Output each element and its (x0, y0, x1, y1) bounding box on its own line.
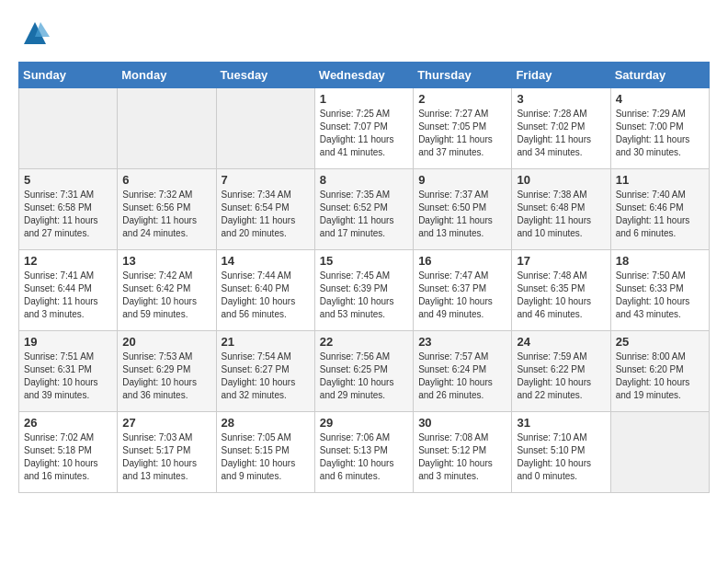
calendar-cell: 22Sunrise: 7:56 AM Sunset: 6:25 PM Dayli… (314, 331, 413, 412)
day-number: 24 (517, 335, 605, 349)
day-info: Sunrise: 7:41 AM Sunset: 6:44 PM Dayligh… (24, 270, 112, 321)
day-number: 14 (222, 254, 310, 268)
day-number: 28 (222, 416, 310, 430)
calendar-cell: 2Sunrise: 7:27 AM Sunset: 7:05 PM Daylig… (414, 88, 512, 169)
day-info: Sunrise: 7:31 AM Sunset: 6:58 PM Dayligh… (24, 189, 112, 240)
calendar-cell: 23Sunrise: 7:57 AM Sunset: 6:24 PM Dayli… (414, 331, 512, 412)
calendar-cell: 10Sunrise: 7:38 AM Sunset: 6:48 PM Dayli… (512, 169, 610, 250)
day-info: Sunrise: 7:57 AM Sunset: 6:24 PM Dayligh… (418, 350, 506, 402)
day-info: Sunrise: 7:02 AM Sunset: 5:18 PM Dayligh… (24, 431, 112, 483)
day-info: Sunrise: 7:10 AM Sunset: 5:10 PM Dayligh… (517, 431, 605, 483)
calendar-cell: 29Sunrise: 7:06 AM Sunset: 5:13 PM Dayli… (314, 412, 413, 493)
calendar-cell: 24Sunrise: 7:59 AM Sunset: 6:22 PM Dayli… (512, 331, 610, 412)
weekday-header-monday: Monday (118, 63, 216, 88)
day-info: Sunrise: 7:38 AM Sunset: 6:48 PM Dayligh… (517, 189, 605, 240)
calendar-cell: 11Sunrise: 7:40 AM Sunset: 6:46 PM Dayli… (610, 169, 709, 250)
day-number: 18 (616, 254, 704, 268)
day-number: 29 (320, 416, 408, 430)
day-info: Sunrise: 7:29 AM Sunset: 7:00 PM Dayligh… (616, 108, 704, 159)
day-info: Sunrise: 7:56 AM Sunset: 6:25 PM Dayligh… (320, 350, 408, 402)
calendar-cell: 27Sunrise: 7:03 AM Sunset: 5:17 PM Dayli… (118, 412, 216, 493)
day-info: Sunrise: 7:34 AM Sunset: 6:54 PM Dayligh… (222, 189, 310, 240)
day-info: Sunrise: 7:08 AM Sunset: 5:12 PM Dayligh… (418, 431, 506, 483)
calendar-cell: 8Sunrise: 7:35 AM Sunset: 6:52 PM Daylig… (314, 169, 413, 250)
day-number: 7 (222, 173, 310, 187)
calendar-cell: 15Sunrise: 7:45 AM Sunset: 6:39 PM Dayli… (314, 250, 413, 331)
day-info: Sunrise: 7:42 AM Sunset: 6:42 PM Dayligh… (122, 270, 210, 321)
calendar-cell (118, 88, 216, 169)
day-info: Sunrise: 7:44 AM Sunset: 6:40 PM Dayligh… (222, 270, 310, 321)
day-number: 31 (517, 416, 605, 430)
logo (18, 18, 50, 52)
weekday-header-thursday: Thursday (414, 63, 512, 88)
day-number: 8 (320, 173, 408, 187)
calendar-cell: 31Sunrise: 7:10 AM Sunset: 5:10 PM Dayli… (512, 412, 610, 493)
calendar-cell: 16Sunrise: 7:47 AM Sunset: 6:37 PM Dayli… (414, 250, 512, 331)
day-info: Sunrise: 7:06 AM Sunset: 5:13 PM Dayligh… (320, 431, 408, 483)
day-info: Sunrise: 7:45 AM Sunset: 6:39 PM Dayligh… (320, 270, 408, 321)
day-info: Sunrise: 7:03 AM Sunset: 5:17 PM Dayligh… (122, 431, 210, 483)
day-number: 19 (24, 335, 112, 349)
calendar-cell: 3Sunrise: 7:28 AM Sunset: 7:02 PM Daylig… (512, 88, 610, 169)
day-info: Sunrise: 7:40 AM Sunset: 6:46 PM Dayligh… (616, 189, 704, 240)
weekday-header-wednesday: Wednesday (314, 63, 413, 88)
day-number: 16 (418, 254, 506, 268)
calendar-cell (610, 412, 709, 493)
day-number: 2 (418, 92, 506, 106)
day-number: 12 (24, 254, 112, 268)
day-info: Sunrise: 8:00 AM Sunset: 6:20 PM Dayligh… (616, 350, 704, 402)
calendar-week-row: 5Sunrise: 7:31 AM Sunset: 6:58 PM Daylig… (19, 169, 710, 250)
calendar-cell: 4Sunrise: 7:29 AM Sunset: 7:00 PM Daylig… (610, 88, 709, 169)
calendar-header-row: SundayMondayTuesdayWednesdayThursdayFrid… (19, 63, 710, 88)
day-number: 1 (320, 92, 408, 106)
logo-wordmark (18, 18, 50, 52)
day-number: 23 (418, 335, 506, 349)
day-info: Sunrise: 7:32 AM Sunset: 6:56 PM Dayligh… (122, 189, 210, 240)
day-info: Sunrise: 7:50 AM Sunset: 6:33 PM Dayligh… (616, 270, 704, 321)
calendar-week-row: 1Sunrise: 7:25 AM Sunset: 7:07 PM Daylig… (19, 88, 710, 169)
day-number: 21 (222, 335, 310, 349)
day-number: 5 (24, 173, 112, 187)
calendar-cell: 21Sunrise: 7:54 AM Sunset: 6:27 PM Dayli… (216, 331, 314, 412)
day-number: 17 (517, 254, 605, 268)
day-number: 26 (24, 416, 112, 430)
calendar-cell: 19Sunrise: 7:51 AM Sunset: 6:31 PM Dayli… (19, 331, 118, 412)
calendar-cell: 6Sunrise: 7:32 AM Sunset: 6:56 PM Daylig… (118, 169, 216, 250)
calendar-table: SundayMondayTuesdayWednesdayThursdayFrid… (18, 62, 710, 493)
calendar-week-row: 26Sunrise: 7:02 AM Sunset: 5:18 PM Dayli… (19, 412, 710, 493)
weekday-header-saturday: Saturday (610, 63, 709, 88)
day-number: 25 (616, 335, 704, 349)
calendar-cell: 1Sunrise: 7:25 AM Sunset: 7:07 PM Daylig… (314, 88, 413, 169)
day-info: Sunrise: 7:59 AM Sunset: 6:22 PM Dayligh… (517, 350, 605, 402)
day-number: 20 (122, 335, 210, 349)
calendar-cell: 18Sunrise: 7:50 AM Sunset: 6:33 PM Dayli… (610, 250, 709, 331)
calendar-week-row: 19Sunrise: 7:51 AM Sunset: 6:31 PM Dayli… (19, 331, 710, 412)
day-info: Sunrise: 7:05 AM Sunset: 5:15 PM Dayligh… (222, 431, 310, 483)
day-number: 9 (418, 173, 506, 187)
calendar-cell (216, 88, 314, 169)
weekday-header-tuesday: Tuesday (216, 63, 314, 88)
day-info: Sunrise: 7:51 AM Sunset: 6:31 PM Dayligh… (24, 350, 112, 402)
day-number: 13 (122, 254, 210, 268)
day-info: Sunrise: 7:53 AM Sunset: 6:29 PM Dayligh… (122, 350, 210, 402)
calendar-cell: 26Sunrise: 7:02 AM Sunset: 5:18 PM Dayli… (19, 412, 118, 493)
day-info: Sunrise: 7:25 AM Sunset: 7:07 PM Dayligh… (320, 108, 408, 159)
calendar-cell: 7Sunrise: 7:34 AM Sunset: 6:54 PM Daylig… (216, 169, 314, 250)
weekday-header-friday: Friday (512, 63, 610, 88)
calendar-cell: 28Sunrise: 7:05 AM Sunset: 5:15 PM Dayli… (216, 412, 314, 493)
logo-icon (20, 18, 50, 48)
day-info: Sunrise: 7:48 AM Sunset: 6:35 PM Dayligh… (517, 270, 605, 321)
day-number: 30 (418, 416, 506, 430)
calendar-week-row: 12Sunrise: 7:41 AM Sunset: 6:44 PM Dayli… (19, 250, 710, 331)
day-info: Sunrise: 7:54 AM Sunset: 6:27 PM Dayligh… (222, 350, 310, 402)
calendar-cell: 25Sunrise: 8:00 AM Sunset: 6:20 PM Dayli… (610, 331, 709, 412)
day-number: 4 (616, 92, 704, 106)
calendar-cell: 14Sunrise: 7:44 AM Sunset: 6:40 PM Dayli… (216, 250, 314, 331)
calendar-cell: 30Sunrise: 7:08 AM Sunset: 5:12 PM Dayli… (414, 412, 512, 493)
day-number: 3 (517, 92, 605, 106)
weekday-header-sunday: Sunday (19, 63, 118, 88)
calendar-cell: 12Sunrise: 7:41 AM Sunset: 6:44 PM Dayli… (19, 250, 118, 331)
day-info: Sunrise: 7:47 AM Sunset: 6:37 PM Dayligh… (418, 270, 506, 321)
day-number: 6 (122, 173, 210, 187)
page-header (18, 18, 710, 52)
